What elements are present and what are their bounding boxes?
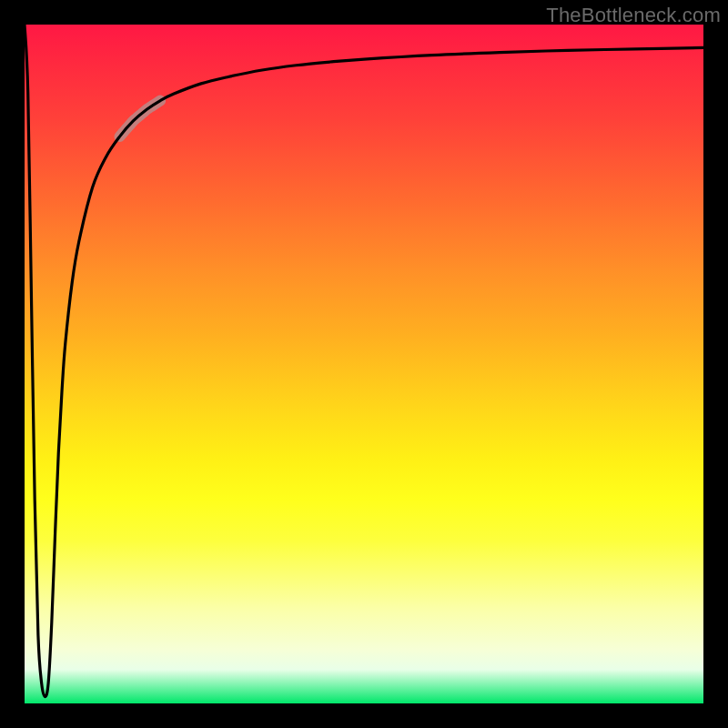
curve-layer: [25, 25, 703, 703]
chart-frame: TheBottleneck.com: [0, 0, 728, 728]
plot-area: [25, 25, 703, 703]
